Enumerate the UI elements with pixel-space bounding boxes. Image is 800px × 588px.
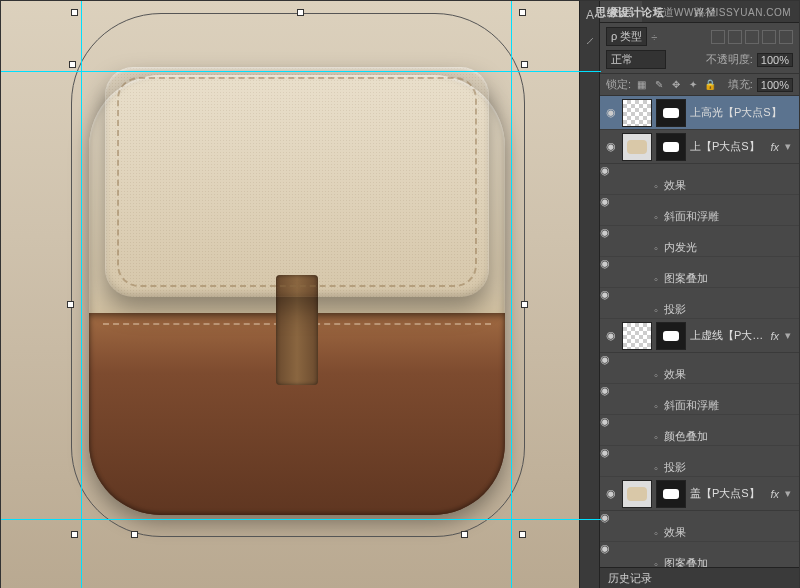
layers-list[interactable]: ◉ 上高光【P大点S】 ◉ 上【P大点S】 fx ▾ ◉◦效果 ◉◦斜面和浮雕 …	[600, 96, 799, 567]
effect-item[interactable]: ◦效果	[600, 524, 799, 542]
filter-icons[interactable]	[711, 30, 793, 44]
watermark: 思缘设计论坛 WWW.MISSYUAN.COM	[595, 5, 791, 20]
layer-row[interactable]: ◉ 上【P大点S】 fx ▾	[600, 130, 799, 164]
effect-item[interactable]: ◦斜面和浮雕	[600, 397, 799, 415]
layer-mask-thumbnail[interactable]	[656, 133, 686, 161]
anchor-point[interactable]	[297, 9, 304, 16]
filter-type-icon[interactable]	[745, 30, 759, 44]
lock-label: 锁定:	[606, 77, 631, 92]
lock-position-icon[interactable]: ✥	[669, 78, 682, 91]
guide-vertical[interactable]	[511, 1, 512, 588]
layer-name[interactable]: 上【P大点S】	[690, 139, 766, 154]
layer-thumbnail[interactable]	[622, 133, 652, 161]
layer-name[interactable]: 上虚线【P大点...	[690, 328, 766, 343]
anchor-point[interactable]	[71, 531, 78, 538]
filter-shape-icon[interactable]	[762, 30, 776, 44]
effect-item[interactable]: ◦图案叠加	[600, 555, 799, 567]
opacity-value[interactable]: 100%	[757, 53, 793, 67]
effect-item[interactable]: ◦投影	[600, 459, 799, 477]
visibility-toggle-icon[interactable]: ◉	[604, 487, 618, 500]
filter-smart-icon[interactable]	[779, 30, 793, 44]
fx-badge[interactable]: fx	[770, 141, 779, 153]
fill-value[interactable]: 100%	[757, 78, 793, 92]
effect-item[interactable]: ◦图案叠加	[600, 270, 799, 288]
layer-options: ρ 类型 ÷ 正常 不透明度: 100%	[600, 23, 799, 74]
watermark-cn: 思缘设计论坛	[595, 6, 664, 18]
blend-mode-select[interactable]: 正常	[606, 50, 666, 69]
chevron-down-icon[interactable]: ▾	[785, 140, 795, 153]
chevron-down-icon[interactable]: ▾	[785, 487, 795, 500]
effect-item[interactable]: ◦斜面和浮雕	[600, 208, 799, 226]
anchor-point[interactable]	[461, 531, 468, 538]
filter-pixel-icon[interactable]	[711, 30, 725, 44]
anchor-point[interactable]	[67, 301, 74, 308]
lock-transparency-icon[interactable]: ▦	[635, 78, 648, 91]
chevron-down-icon[interactable]: ▾	[785, 329, 795, 342]
anchor-point[interactable]	[519, 9, 526, 16]
layer-mask-thumbnail[interactable]	[656, 99, 686, 127]
layer-thumbnail[interactable]	[622, 322, 652, 350]
app-frame: 思缘设计论坛 WWW.MISSYUAN.COM A	[0, 0, 800, 588]
visibility-toggle-icon[interactable]: ◉	[604, 140, 618, 153]
layer-mask-thumbnail[interactable]	[656, 480, 686, 508]
layers-panel: 图层 通道 路径 ρ 类型 ÷ 正常 不透明度: 100%	[599, 1, 799, 588]
filter-type-select[interactable]: ρ 类型	[606, 27, 647, 46]
effect-item[interactable]: ◦内发光	[600, 239, 799, 257]
history-label: 历史记录	[608, 571, 652, 586]
layer-row[interactable]: ◉ 上虚线【P大点... fx ▾	[600, 319, 799, 353]
anchor-point[interactable]	[131, 531, 138, 538]
fx-badge[interactable]: fx	[770, 330, 779, 342]
lock-all-icon[interactable]: 🔒	[703, 78, 716, 91]
layer-row[interactable]: ◉ 盖【P大点S】 fx ▾	[600, 477, 799, 511]
document-canvas[interactable]	[1, 1, 601, 588]
visibility-toggle-icon[interactable]: ◉	[604, 329, 618, 342]
anchor-point[interactable]	[71, 9, 78, 16]
lock-row: 锁定: ▦ ✎ ✥ ✦ 🔒 填充: 100%	[600, 74, 799, 96]
collapsed-toolbar: A ⟋	[579, 1, 601, 588]
vector-path-outline[interactable]	[71, 13, 525, 537]
watermark-en: WWW.MISSYUAN.COM	[674, 7, 791, 18]
opacity-label: 不透明度:	[706, 52, 753, 67]
anchor-point[interactable]	[521, 301, 528, 308]
layer-mask-thumbnail[interactable]	[656, 322, 686, 350]
filter-adjust-icon[interactable]	[728, 30, 742, 44]
effect-item[interactable]: ◦效果	[600, 177, 799, 195]
anchor-point[interactable]	[521, 61, 528, 68]
layer-thumbnail[interactable]	[622, 480, 652, 508]
layer-name[interactable]: 上高光【P大点S】	[690, 105, 795, 120]
lock-artboard-icon[interactable]: ✦	[686, 78, 699, 91]
effect-item[interactable]: ◦颜色叠加	[600, 428, 799, 446]
effect-item[interactable]: ◦投影	[600, 301, 799, 319]
guide-horizontal[interactable]	[1, 71, 601, 72]
layer-row[interactable]: ◉ 上高光【P大点S】	[600, 96, 799, 130]
path-tool-icon[interactable]: ⟋	[582, 33, 598, 49]
fill-label: 填充:	[728, 77, 753, 92]
lock-pixels-icon[interactable]: ✎	[652, 78, 665, 91]
fx-badge[interactable]: fx	[770, 488, 779, 500]
guide-vertical[interactable]	[81, 1, 82, 588]
visibility-toggle-icon[interactable]: ◉	[604, 106, 618, 119]
guide-horizontal[interactable]	[1, 519, 601, 520]
anchor-point[interactable]	[69, 61, 76, 68]
effect-item[interactable]: ◦效果	[600, 366, 799, 384]
layer-name[interactable]: 盖【P大点S】	[690, 486, 766, 501]
history-panel-tab[interactable]: 历史记录	[600, 567, 799, 588]
anchor-point[interactable]	[519, 531, 526, 538]
layer-thumbnail[interactable]	[622, 99, 652, 127]
